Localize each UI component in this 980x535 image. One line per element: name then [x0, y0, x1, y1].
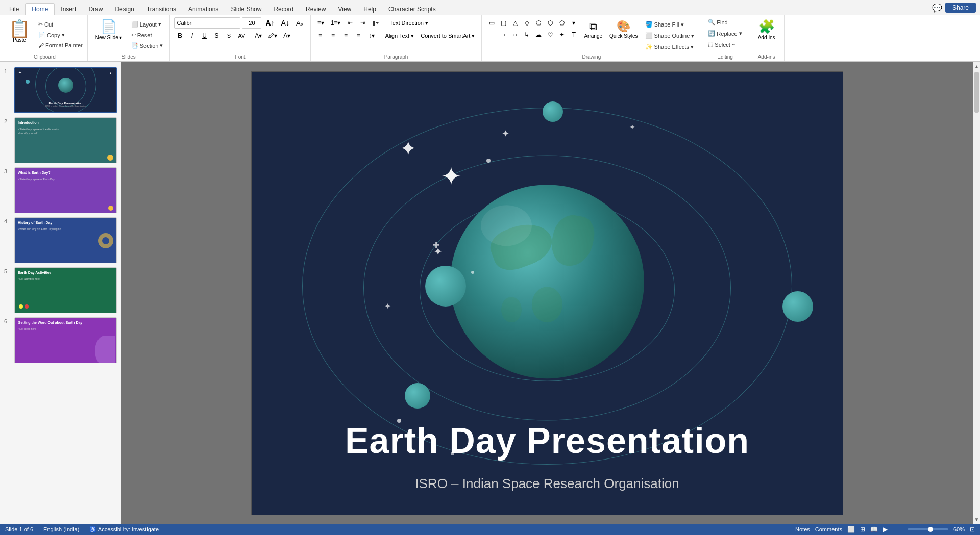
line-spacing-button[interactable]: ↕▾: [366, 30, 377, 41]
copy-button[interactable]: 📄 Copy ▾: [36, 30, 85, 40]
section-button[interactable]: 📑 Section ▾: [129, 41, 166, 50]
star4-shape[interactable]: ✦: [556, 29, 568, 40]
tab-insert[interactable]: Insert: [55, 4, 82, 15]
strikethrough-button[interactable]: S: [211, 30, 222, 41]
clear-format-button[interactable]: Aₓ: [293, 17, 306, 29]
tab-help[interactable]: Help: [357, 4, 382, 15]
cloud-shape[interactable]: ☁: [533, 29, 544, 40]
pentagon-shape[interactable]: ⬠: [533, 17, 544, 29]
font-size-input[interactable]: [242, 17, 261, 29]
tab-draw[interactable]: Draw: [82, 4, 109, 15]
shadow-button[interactable]: S: [223, 30, 234, 41]
comments-button[interactable]: Comments: [815, 526, 842, 532]
slides-group: 📄 New Slide ▾ ⬜ Layout ▾ ↩ Reset 📑 Secti…: [88, 15, 170, 61]
slide-number-2: 2: [4, 117, 11, 124]
zoom-slider[interactable]: [908, 528, 948, 530]
font-grow-button[interactable]: A↑: [263, 17, 277, 29]
arrow-shape[interactable]: →: [498, 29, 509, 40]
tab-file[interactable]: File: [3, 4, 25, 15]
shape-effects-button[interactable]: ✨ Shape Effects ▾: [643, 42, 697, 52]
select-button[interactable]: ⬚ Select ~: [705, 40, 744, 49]
tab-design[interactable]: Design: [109, 4, 140, 15]
shape-outline-button[interactable]: ⬜ Shape Outline ▾: [643, 31, 697, 41]
align-text-button[interactable]: Align Text ▾: [383, 30, 417, 41]
round-rect-shape[interactable]: ▢: [498, 17, 509, 29]
shape-fill-button[interactable]: 🪣 Shape Fill ▾: [643, 19, 697, 30]
font-shrink-button[interactable]: A↓: [279, 17, 292, 29]
char-spacing-button[interactable]: AV: [235, 30, 248, 41]
bullets-button[interactable]: ≡▾: [315, 17, 327, 29]
convert-smartart-button[interactable]: Convert to SmartArt ▾: [418, 30, 477, 41]
slide-canvas[interactable]: ✦ ✦ ✦ ✦ ✦ ✦ ✦ ✦ ✦ ✦ ✦ ✚: [251, 71, 843, 515]
text-highlight-button[interactable]: 🖊▾: [265, 30, 280, 41]
oct-shape[interactable]: ⬠: [556, 17, 568, 29]
hexagon-shape[interactable]: ⬡: [545, 17, 556, 29]
share-button[interactable]: Share: [945, 3, 976, 13]
elbow-shape[interactable]: ↳: [521, 29, 532, 40]
slide-thumb-1: Earth Day Presentation ISRO – Indian Spa…: [14, 67, 117, 113]
tab-review[interactable]: Review: [300, 4, 332, 15]
tab-transitions[interactable]: Transitions: [140, 4, 182, 15]
tab-character-scripts[interactable]: Character Scripts: [382, 4, 442, 15]
arrange-button[interactable]: ⧉ Arrange: [581, 18, 605, 40]
align-right-button[interactable]: ≡: [340, 30, 352, 41]
slide-item-4[interactable]: 4 History of Earth Day • When and why di…: [0, 216, 121, 264]
tab-view[interactable]: View: [332, 4, 357, 15]
planet-right: [782, 291, 813, 322]
triangle-shape[interactable]: △: [509, 17, 521, 29]
addins-label: Add-ins: [749, 54, 784, 60]
slide-number-5: 5: [4, 267, 11, 274]
text-direction-button[interactable]: Text Direction ▾: [387, 17, 431, 29]
diamond-shape[interactable]: ◇: [521, 17, 532, 29]
more-shapes-btn[interactable]: ▾: [568, 17, 579, 29]
tab-home[interactable]: Home: [25, 3, 55, 15]
line-shape[interactable]: —: [486, 29, 497, 40]
format-painter-button[interactable]: 🖌 Format Painter: [36, 41, 85, 50]
addins-button[interactable]: 🧩 Add-ins: [753, 17, 780, 42]
italic-button[interactable]: I: [186, 30, 198, 41]
font-shade-button[interactable]: A▾: [281, 30, 293, 41]
slide-item-6[interactable]: 6 Getting the Word Out about Earth Day •…: [0, 316, 121, 364]
bold-button[interactable]: B: [174, 30, 185, 41]
rect-shape[interactable]: ▭: [486, 17, 497, 29]
comment-icon[interactable]: 💬: [932, 3, 942, 13]
fit-screen-button[interactable]: ⊡: [970, 526, 975, 533]
tab-animations[interactable]: Animations: [182, 4, 225, 15]
slide-item-1[interactable]: 1 Earth Day Presentation ISRO – Indian S…: [0, 66, 121, 114]
slide-item-2[interactable]: 2 Introduction • State the purpose of th…: [0, 116, 121, 164]
dbl-arrow-shape[interactable]: ↔: [509, 29, 521, 40]
slide-number-6: 6: [4, 317, 11, 324]
textbox-shape[interactable]: T: [568, 29, 579, 40]
find-button[interactable]: 🔍 Find: [705, 17, 744, 27]
replace-button[interactable]: 🔄 Replace ▾: [705, 29, 744, 38]
tab-record[interactable]: Record: [267, 4, 300, 15]
heart-shape[interactable]: ♡: [545, 29, 556, 40]
font-name-input[interactable]: [174, 17, 240, 29]
view-presenter[interactable]: ▶: [883, 526, 888, 533]
scroll-thumb[interactable]: [974, 72, 979, 113]
slide-item-3[interactable]: 3 What is Earth Day? • State the purpose…: [0, 166, 121, 214]
slide-item-5[interactable]: 5 Earth Day Activities • List activities…: [0, 266, 121, 314]
cut-button[interactable]: ✂ Cut: [36, 19, 85, 29]
font-color-button[interactable]: A▾: [252, 30, 264, 41]
vertical-scrollbar[interactable]: ▲ ▼: [973, 62, 980, 524]
scroll-up-arrow[interactable]: ▲: [974, 62, 979, 71]
quick-styles-button[interactable]: 🎨 Quick Styles: [607, 18, 641, 40]
view-normal[interactable]: ⬜: [847, 526, 855, 533]
tab-slideshow[interactable]: Slide Show: [225, 4, 267, 15]
num-list-button[interactable]: 1≡▾: [328, 17, 344, 29]
slide-thumb-6: Getting the Word Out about Earth Day • L…: [14, 317, 117, 363]
notes-button[interactable]: Notes: [795, 526, 810, 532]
view-reading[interactable]: 📖: [870, 526, 878, 533]
view-slide-sorter[interactable]: ⊞: [860, 526, 865, 533]
align-center-button[interactable]: ≡: [328, 30, 339, 41]
reset-button[interactable]: ↩ Reset: [129, 30, 166, 40]
col-layout-button[interactable]: ⫿▾: [370, 17, 381, 29]
underline-button[interactable]: U: [199, 30, 210, 41]
increase-indent-button[interactable]: ⇥: [357, 17, 369, 29]
layout-button[interactable]: ⬜ Layout ▾: [129, 19, 166, 29]
scroll-down-arrow[interactable]: ▼: [974, 515, 979, 524]
align-left-button[interactable]: ≡: [315, 30, 326, 41]
justify-button[interactable]: ≡: [353, 30, 364, 41]
decrease-indent-button[interactable]: ⇤: [345, 17, 356, 29]
